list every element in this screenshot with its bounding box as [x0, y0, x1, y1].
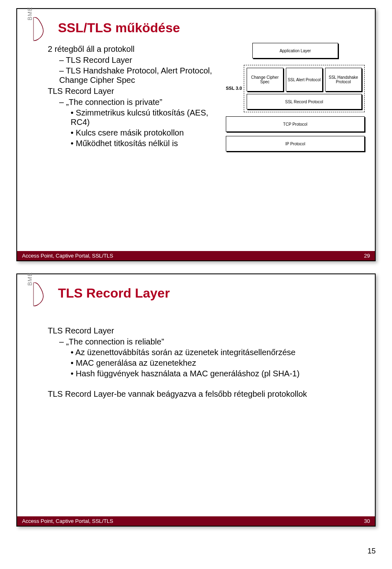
document-page-number: 15	[0, 543, 392, 564]
quote-text: The connection is reliable	[66, 337, 164, 346]
protocol-stack-diagram: Application Layer SSL 3.0 Change Cipher …	[226, 43, 365, 151]
diagram-box-ccs: Change Cipher Spec	[247, 68, 283, 91]
slide-body: 2 rétegből áll a protokoll TLS Record La…	[48, 43, 365, 151]
bullet-lvl2: MAC generálása az üzenetekhez	[71, 358, 365, 368]
bullet-lvl2: Hash függvények használata a MAC generál…	[71, 369, 365, 378]
bullet-lvl0: TLS Record Layer-be vannak beágyazva a f…	[48, 389, 365, 399]
slide-body: TLS Record Layer The connection is relia…	[48, 308, 365, 399]
ssl30-dashed-container: Change Cipher Spec SSL Alert Protocol SS…	[244, 65, 365, 112]
slide-2: BME TLS Record Layer TLS Record Layer Th…	[16, 273, 376, 527]
diagram-box-record: SSL Record Protocol	[247, 94, 362, 109]
slide-title: SSL/TLS működése	[58, 20, 180, 36]
diagram-box-handshake: SSL Handshake Protocol	[325, 68, 362, 91]
bme-logo-curve-icon	[31, 17, 52, 42]
bme-logo-curve-icon	[31, 282, 52, 307]
slide-header: BME SSL/TLS működése	[27, 17, 365, 43]
footer-page-number: 29	[364, 253, 370, 259]
bullet-lvl1: TLS Handshake Protocol, Alert Protocol, …	[59, 66, 220, 85]
bullet-lvl2: Az üzenettovábbítás során az üzenetek in…	[71, 348, 365, 357]
slide-footer: Access Point, Captive Portal, SSL/TLS 30	[17, 516, 375, 526]
bullet-lvl2: Működhet titkosítás nélkül is	[71, 139, 220, 148]
bullet-lvl1: The connection is private	[59, 98, 220, 107]
bullet-lvl2: Szimmetrikus kulcsú titkosítás (AES, RC4…	[71, 108, 220, 127]
bme-logo: BME	[27, 282, 52, 307]
diagram-box-tcp: TCP Protocol	[226, 116, 365, 132]
slide-footer: Access Point, Captive Portal, SSL/TLS 29	[17, 251, 375, 260]
footer-left: Access Point, Captive Portal, SSL/TLS	[22, 518, 113, 524]
bullet-lvl0: TLS Record Layer	[48, 87, 220, 96]
quote-text: The connection is private	[66, 98, 163, 107]
diagram-box-ip: IP Protocol	[226, 136, 365, 151]
diagram-box-app-layer: Application Layer	[252, 43, 338, 58]
diagram-box-alert: SSL Alert Protocol	[286, 68, 323, 91]
bullet-lvl0: 2 rétegből áll a protokoll	[48, 44, 220, 54]
footer-left: Access Point, Captive Portal, SSL/TLS	[22, 253, 113, 259]
slide-header: BME TLS Record Layer	[27, 282, 365, 308]
bme-logo: BME	[27, 17, 52, 42]
bullet-lvl1: TLS Record Layer	[59, 56, 220, 65]
bullet-lvl0: TLS Record Layer	[48, 326, 365, 336]
bullet-lvl2: Kulcs csere másik protokollon	[71, 128, 220, 138]
slide-1: BME SSL/TLS működése 2 rétegből áll a pr…	[16, 8, 376, 261]
slide-title: TLS Record Layer	[58, 286, 170, 301]
ssl30-group: SSL 3.0 Change Cipher Spec SSL Alert Pro…	[226, 65, 365, 112]
bullet-lvl1: The connection is reliable	[59, 337, 365, 347]
diagram-column: Application Layer SSL 3.0 Change Cipher …	[226, 43, 365, 151]
footer-page-number: 30	[364, 518, 370, 524]
text-column: 2 rétegből áll a protokoll TLS Record La…	[48, 43, 220, 151]
ssl30-label: SSL 3.0	[226, 86, 242, 91]
